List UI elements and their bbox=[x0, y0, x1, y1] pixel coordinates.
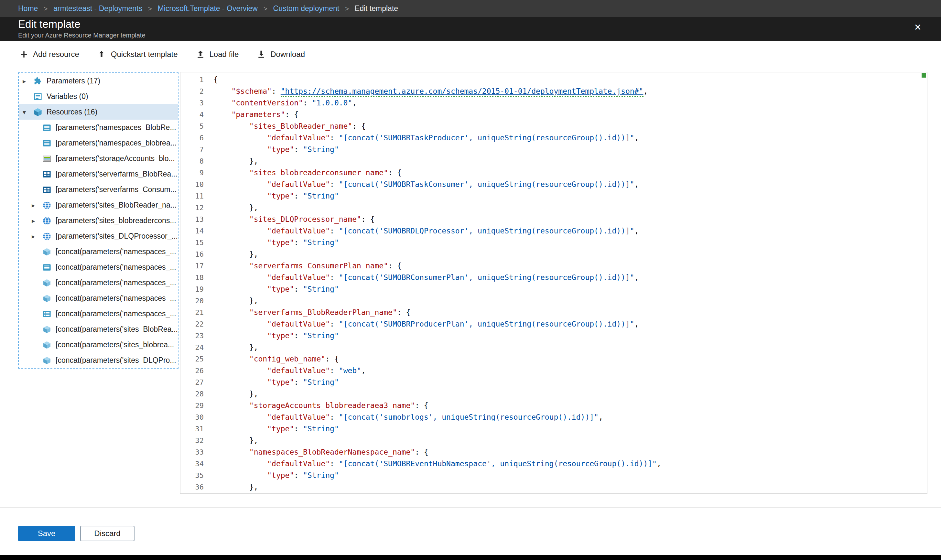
tree-item-parameters-17[interactable]: ▸Parameters (17) bbox=[19, 73, 178, 89]
code-text: "type": "String" bbox=[214, 238, 339, 247]
code-line[interactable]: 26 "defaultValue": "web", bbox=[180, 365, 927, 376]
code-line[interactable]: 20 }, bbox=[180, 295, 927, 306]
chevron-right-icon[interactable]: ▸ bbox=[23, 77, 33, 85]
line-number: 20 bbox=[180, 295, 204, 307]
code-line[interactable]: 18 "defaultValue": "[concat('SUMOBRConsu… bbox=[180, 272, 927, 283]
code-line[interactable]: 2 "$schema": "https://schema.management.… bbox=[180, 85, 927, 97]
tree-item-parameters-serverfarms-consum[interactable]: [parameters('serverfarms_Consum... bbox=[19, 182, 178, 197]
download-icon bbox=[257, 49, 266, 58]
code-text: "defaultValue": "web", bbox=[214, 366, 366, 375]
close-icon[interactable]: ✕ bbox=[914, 23, 922, 32]
code-line[interactable]: 27 "type": "String" bbox=[180, 376, 927, 388]
tree-item-resources-16[interactable]: ▾Resources (16) bbox=[19, 104, 178, 120]
line-number: 24 bbox=[180, 342, 204, 354]
tree-item-variables-0[interactable]: Variables (0) bbox=[19, 89, 178, 104]
line-number: 6 bbox=[180, 132, 204, 144]
tree-item-concat-parameters-sites-blobrea[interactable]: [concat(parameters('sites_BlobRea... bbox=[19, 322, 178, 337]
code-line[interactable]: 34 "defaultValue": "[concat('SUMOBREvent… bbox=[180, 458, 927, 469]
tree-item-concat-parameters-namespaces[interactable]: [concat(parameters('namespaces_... bbox=[19, 306, 178, 322]
tree-item-concat-parameters-sites-dlqpro[interactable]: [concat(parameters('sites_DLQPro... bbox=[19, 352, 178, 368]
code-line[interactable]: 14 "defaultValue": "[concat('SUMOBRDLQPr… bbox=[180, 225, 927, 237]
line-number: 5 bbox=[180, 121, 204, 132]
tree-item-label: [concat(parameters('sites_blobrea... bbox=[55, 341, 174, 349]
code-line[interactable]: 13 "sites_DLQProcessor_name": { bbox=[180, 213, 927, 225]
code-line[interactable]: 10 "defaultValue": "[concat('SUMOBRTaskC… bbox=[180, 178, 927, 190]
code-line[interactable]: 12 }, bbox=[180, 202, 927, 213]
code-lines: 1{2 "$schema": "https://schema.managemen… bbox=[180, 72, 927, 493]
code-text: "defaultValue": "[concat('SUMOBREventHub… bbox=[214, 459, 661, 468]
quickstart-template-button[interactable]: Quickstart template bbox=[97, 49, 178, 58]
upload-icon bbox=[196, 49, 205, 58]
tree-item-concat-parameters-namespaces[interactable]: [concat(parameters('namespaces_... bbox=[19, 259, 178, 275]
tree-item-parameters-namespaces-blobrea[interactable]: [parameters('namespaces_blobrea... bbox=[19, 135, 178, 151]
code-line[interactable]: 3 "contentVersion": "1.0.0.0", bbox=[180, 97, 927, 109]
chevron-right-icon[interactable]: ▸ bbox=[32, 202, 42, 209]
code-line[interactable]: 17 "serverfarms_ConsumerPlan_name": { bbox=[180, 260, 927, 272]
add-resource-button[interactable]: Add resource bbox=[19, 49, 79, 58]
code-text: "type": "String" bbox=[214, 378, 339, 387]
code-line[interactable]: 36 }, bbox=[180, 481, 927, 493]
tree-item-label: Parameters (17) bbox=[46, 77, 100, 85]
code-line[interactable]: 15 "type": "String" bbox=[180, 237, 927, 248]
code-line[interactable]: 16 }, bbox=[180, 248, 927, 260]
load-file-button[interactable]: Load file bbox=[196, 49, 239, 58]
breadcrumb-item-home[interactable]: Home bbox=[18, 5, 38, 12]
code-line[interactable]: 24 }, bbox=[180, 342, 927, 353]
blade-header: Edit template Edit your Azure Resource M… bbox=[0, 17, 941, 41]
cube-icon bbox=[42, 278, 52, 288]
code-line[interactable]: 4 "parameters": { bbox=[180, 109, 927, 120]
code-line[interactable]: 25 "config_web_name": { bbox=[180, 353, 927, 365]
tree-item-parameters-namespaces-blobre[interactable]: [parameters('namespaces_BlobRe... bbox=[19, 120, 178, 135]
code-line[interactable]: 23 "type": "String" bbox=[180, 330, 927, 342]
code-line[interactable]: 21 "serverfarms_BlobReaderPlan_name": { bbox=[180, 306, 927, 318]
code-line[interactable]: 33 "namespaces_BlobReaderNamespace_name"… bbox=[180, 446, 927, 458]
tree-item-parameters-sites-blobreadercons[interactable]: ▸[parameters('sites_blobreadercons... bbox=[19, 213, 178, 228]
code-line[interactable]: 1{ bbox=[180, 74, 927, 85]
chevron-right-icon[interactable]: ▸ bbox=[32, 217, 42, 224]
breadcrumb-item-armtesteast-deployments[interactable]: armtesteast - Deployments bbox=[53, 5, 142, 12]
tree-item-concat-parameters-namespaces[interactable]: [concat(parameters('namespaces_... bbox=[19, 275, 178, 290]
line-number: 22 bbox=[180, 319, 204, 331]
puzzle-icon bbox=[33, 76, 43, 86]
tree-item-parameters-storageaccounts-blo[interactable]: [parameters('storageAccounts_blo... bbox=[19, 151, 178, 166]
line-number: 25 bbox=[180, 354, 204, 365]
code-line[interactable]: 11 "type": "String" bbox=[180, 190, 927, 202]
line-number: 36 bbox=[180, 482, 204, 493]
code-line[interactable]: 9 "sites_blobreaderconsumer_name": { bbox=[180, 167, 927, 178]
tree-item-parameters-sites-dlqprocessor[interactable]: ▸[parameters('sites_DLQProcessor_... bbox=[19, 228, 178, 244]
tree-item-label: [parameters('serverfarms_BlobRea... bbox=[55, 170, 177, 178]
chevron-down-icon[interactable]: ▾ bbox=[23, 108, 33, 115]
code-line[interactable]: 29 "storageAccounts_blobreaderaea3_name"… bbox=[180, 400, 927, 411]
code-line[interactable]: 35 "type": "String" bbox=[180, 469, 927, 481]
discard-button[interactable]: Discard bbox=[80, 526, 135, 541]
line-number: 26 bbox=[180, 365, 204, 377]
code-line[interactable]: 8 }, bbox=[180, 155, 927, 167]
code-text: "contentVersion": "1.0.0.0", bbox=[214, 98, 357, 107]
line-number: 1 bbox=[180, 74, 204, 86]
tree-item-concat-parameters-namespaces[interactable]: [concat(parameters('namespaces_... bbox=[19, 290, 178, 306]
code-line[interactable]: 22 "defaultValue": "[concat('SUMOBRProdu… bbox=[180, 318, 927, 330]
breadcrumb-item-microsoft-template-overview[interactable]: Microsoft.Template - Overview bbox=[158, 5, 258, 12]
code-line[interactable]: 31 "type": "String" bbox=[180, 423, 927, 435]
code-line[interactable]: 6 "defaultValue": "[concat('SUMOBRTaskPr… bbox=[180, 132, 927, 143]
tree-item-label: [concat(parameters('namespaces_... bbox=[55, 248, 176, 255]
code-line[interactable]: 30 "defaultValue": "[concat('sumobrlogs'… bbox=[180, 411, 927, 423]
download-button[interactable]: Download bbox=[257, 49, 305, 58]
breadcrumb-item-custom-deployment[interactable]: Custom deployment bbox=[273, 5, 340, 12]
line-number: 31 bbox=[180, 423, 204, 435]
tree-item-parameters-sites-blobreader-na[interactable]: ▸[parameters('sites_BlobReader_na... bbox=[19, 197, 178, 213]
code-line[interactable]: 32 }, bbox=[180, 435, 927, 446]
code-editor[interactable]: 1{2 "$schema": "https://schema.managemen… bbox=[180, 72, 927, 494]
line-number: 30 bbox=[180, 412, 204, 423]
tree-item-concat-parameters-sites-blobrea[interactable]: [concat(parameters('sites_blobrea... bbox=[19, 337, 178, 352]
save-button[interactable]: Save bbox=[18, 526, 75, 541]
code-line[interactable]: 7 "type": "String" bbox=[180, 143, 927, 155]
line-number: 2 bbox=[180, 86, 204, 98]
chevron-right-icon[interactable]: ▸ bbox=[32, 232, 42, 240]
code-line[interactable]: 28 }, bbox=[180, 388, 927, 400]
code-line[interactable]: 19 "type": "String" bbox=[180, 283, 927, 295]
code-line[interactable]: 5 "sites_BlobReader_name": { bbox=[180, 120, 927, 132]
tree-item-concat-parameters-namespaces[interactable]: [concat(parameters('namespaces_... bbox=[19, 244, 178, 259]
tree-item-parameters-serverfarms-blobrea[interactable]: [parameters('serverfarms_BlobRea... bbox=[19, 166, 178, 182]
code-text: }, bbox=[214, 389, 258, 398]
